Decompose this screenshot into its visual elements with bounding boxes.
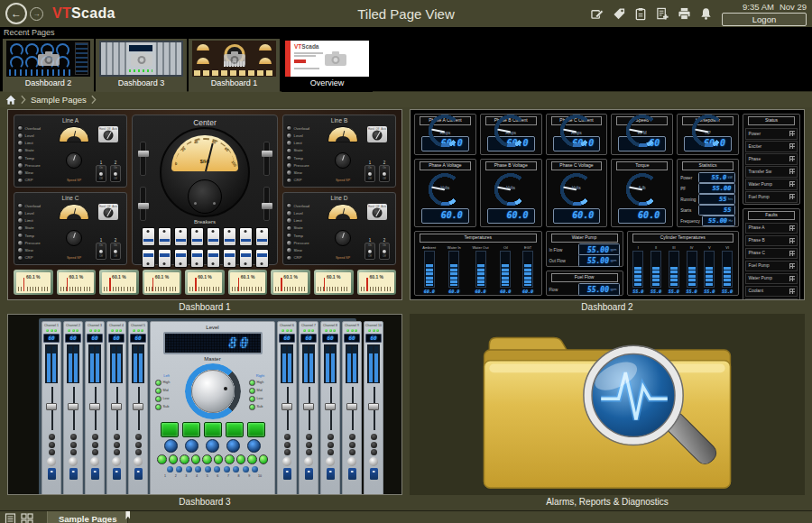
gauge-digital-value: 60.0 (553, 208, 601, 224)
button-number: 7 (225, 474, 231, 478)
toggle-switch: 1 OnOff (96, 161, 106, 182)
list-view-icon[interactable] (5, 513, 16, 523)
bar-meter: III 55.0 (669, 245, 679, 294)
breaker-row (142, 227, 269, 246)
center-title: Center (193, 118, 217, 127)
recent-thumb-dashboard-3[interactable]: Dashboard 3 (96, 39, 187, 92)
mini-meter-needle (324, 278, 326, 291)
toggle-on-label: On (368, 244, 371, 247)
master-label: Master (204, 356, 220, 362)
led-label: State (25, 148, 34, 152)
cut-led-icon (249, 380, 255, 386)
recent-thumb-dashboard-2[interactable]: Dashboard 2 (3, 39, 94, 92)
led-indicator-icon (286, 170, 292, 176)
channel-strip: Channel 6 60 (277, 321, 297, 495)
led-label: Pressure (294, 163, 309, 168)
right-sliders (263, 142, 270, 221)
master-knob-zone (183, 363, 243, 419)
breadcrumb-path[interactable]: Sample Pages (31, 95, 87, 105)
level-display: 80 (163, 332, 263, 354)
led-row: Level (17, 133, 55, 139)
fader-handle (68, 403, 78, 410)
led-row: Pressure (286, 240, 324, 246)
breaker-row (142, 249, 269, 268)
back-button[interactable]: ← (5, 3, 27, 24)
alarm-bell-icon[interactable] (699, 7, 713, 21)
bar-value: 55.0 (651, 289, 661, 294)
water-pump-rows: In Flow 55.00gpm Out Flow 55.00gpm (547, 244, 623, 266)
bar-label: Water Out (472, 245, 488, 250)
bar-meter: Ambient 60.0 (422, 245, 436, 294)
cut-led-icon (155, 404, 161, 410)
statistics-row: PF 55.00 (678, 183, 738, 194)
fault-indicator-icon (789, 263, 795, 269)
line-panels-left: Line A OverloadLevelLimitStateTempPressu… (14, 115, 127, 265)
flow-unit: gpm (611, 259, 617, 262)
tile-dashboard-3[interactable]: Channel 1 60 Channel 2 60 (7, 314, 402, 509)
recent-thumb-dashboard-1[interactable]: Dashboard 1 (189, 39, 280, 92)
led-indicator-icon (286, 225, 292, 232)
tag-icon[interactable] (613, 7, 626, 21)
led-row: CRP (286, 255, 324, 262)
clipboard-icon[interactable] (634, 7, 648, 21)
stat-unit: Hz (729, 219, 733, 223)
flow-label: Out Flow (549, 259, 577, 263)
toggle-switches: 1 OnOff 2 OnOff (364, 238, 390, 260)
add-note-icon[interactable] (656, 7, 669, 21)
speed-knob-label: Speed SP (336, 256, 350, 260)
toggle-on-label: On (383, 167, 385, 170)
taskbar-tab-sample-pages[interactable]: Sample Pages (47, 511, 128, 523)
pan-knob (90, 457, 99, 466)
date-text: Nov 29 (780, 2, 807, 12)
channel-leds (303, 329, 314, 332)
led-column: OverloadLevelLimitStateTempPressureSlewC… (17, 124, 55, 184)
channel-strip: Channel 1 60 (42, 321, 61, 495)
toggle-switches: 1 OnOff 2 OnOff (96, 161, 121, 182)
tile-dashboard-1[interactable]: Line A OverloadLevelLimitStateTempPressu… (7, 109, 402, 314)
faults-rows: Phase APhase BPhase CFuel PumpWater Pump… (743, 222, 799, 301)
tile-view-icon[interactable] (21, 513, 33, 523)
bar-label: III (672, 245, 675, 250)
home-icon[interactable] (5, 95, 16, 106)
fader-handle (325, 403, 336, 410)
cylinder-temps-title: Cylinder Temperatures (632, 234, 734, 243)
channel-strip: Channel 9 60 (342, 321, 362, 495)
forward-button[interactable]: → (30, 7, 43, 21)
logon-button[interactable]: Logon (722, 13, 807, 26)
tile-alarms-reports-diagnostics[interactable]: Alarms, Reports & Diagnostics (410, 314, 805, 509)
channel-knobs (371, 434, 377, 455)
gauge-dial: Amps (481, 127, 541, 136)
channel-label: Channel 7 (301, 324, 316, 327)
dashboard-1-thumbnail (192, 41, 276, 77)
led-row: Pressure (17, 162, 55, 169)
channel-knobs (328, 434, 334, 455)
speed-knob-label: Speed SP (67, 256, 81, 260)
stat-label: Frequency (680, 219, 700, 224)
flow-unit: gpm (611, 248, 617, 252)
led-row: Temp (286, 233, 324, 239)
bar-meter: EGT 60.0 (522, 245, 533, 294)
logo-scada: Scada (71, 5, 115, 21)
gauge-dial: Volts (481, 172, 541, 208)
led-row: Temp (17, 155, 55, 161)
status-label: Transfer Sw (749, 170, 772, 174)
scale-tick-label: 20 (180, 146, 187, 152)
led-indicator-icon (17, 162, 23, 169)
channel-switch (283, 468, 291, 480)
led-row: Limit (286, 217, 324, 224)
print-icon[interactable] (678, 7, 691, 21)
statistics-rows: Power 55.0kW PF 55.00 Running 55hrs Star… (678, 172, 738, 226)
edit-page-icon[interactable] (591, 7, 604, 21)
recent-thumb-overview[interactable]: VTScada Overview (281, 39, 373, 92)
channel-knobs (114, 434, 120, 455)
clock: 9:35 AMNov 29 (737, 2, 807, 12)
tile-dashboard-2[interactable]: Phase A Current Amps 60.0 Phase B Curren… (410, 109, 805, 314)
page-title: Tiled Page View (357, 6, 455, 22)
fader-handle (368, 403, 379, 410)
gauge-digital-value: 60.0 (487, 208, 535, 224)
led-label: State (294, 148, 303, 152)
water-pump-panel: Water Pump In Flow 55.00gpm Out Flow 55.… (546, 231, 623, 267)
led-label: Temp (294, 156, 304, 161)
gauge-needle (205, 143, 213, 171)
led-indicator-icon (17, 247, 23, 253)
